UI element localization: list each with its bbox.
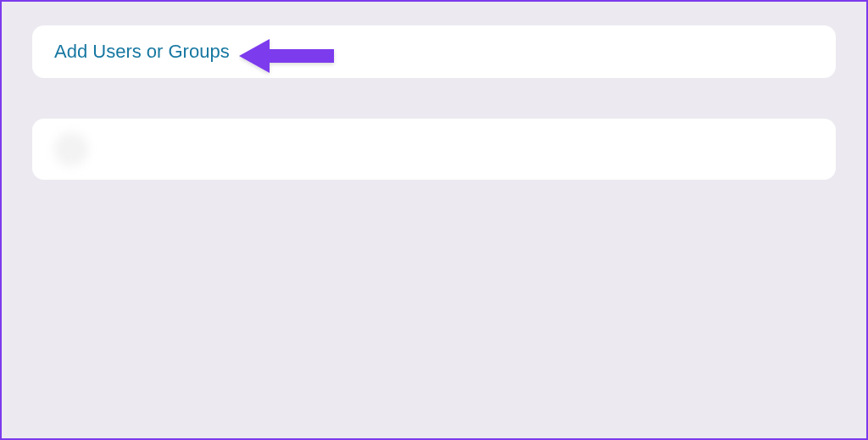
add-users-card[interactable]: Add Users or Groups xyxy=(32,25,836,78)
add-users-or-groups-link[interactable]: Add Users or Groups xyxy=(54,41,230,63)
user-group-list-card xyxy=(32,119,836,180)
avatar xyxy=(54,132,88,166)
